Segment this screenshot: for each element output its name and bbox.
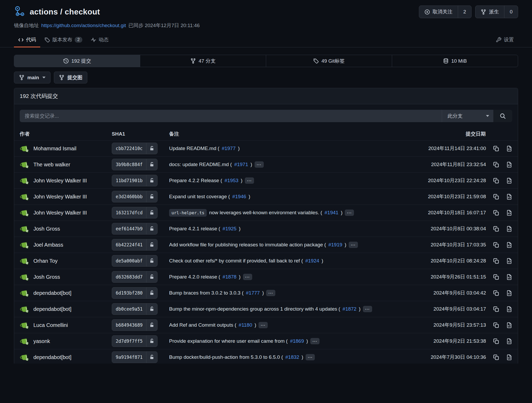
pr-link[interactable]: #1869 xyxy=(290,338,304,344)
commit-sha-badge[interactable]: b684943689 xyxy=(112,319,158,331)
stat-tags[interactable]: 49 Git标签 xyxy=(266,55,392,67)
commit-sha-badge[interactable]: 2d7d9f7ff5 xyxy=(112,335,158,347)
pr-link[interactable]: #1925 xyxy=(222,226,236,232)
commit-author[interactable]: dependabot[bot] xyxy=(33,306,72,312)
commit-sha-badge[interactable]: e3d2460bbb xyxy=(112,191,158,202)
fork-button[interactable]: 派生 xyxy=(475,6,504,18)
stat-size[interactable]: 10 MiB xyxy=(392,55,518,67)
search-input[interactable] xyxy=(20,110,442,122)
commit-author[interactable]: John Wesley Walker III xyxy=(33,210,87,216)
expand-commit-button[interactable]: ··· xyxy=(349,242,358,248)
tab-activity[interactable]: 动态 xyxy=(87,34,113,47)
tab-code[interactable]: 代码 xyxy=(14,34,40,47)
commit-sha-badge[interactable]: 9a9194f871 xyxy=(112,351,158,363)
view-file-icon[interactable] xyxy=(506,242,512,248)
view-file-icon[interactable] xyxy=(506,226,512,232)
commit-author[interactable]: dependabot[bot] xyxy=(33,354,72,360)
expand-commit-button[interactable]: ··· xyxy=(345,210,354,216)
commit-sha-badge[interactable]: 6b42224f41 xyxy=(112,239,158,251)
expand-commit-button[interactable]: ··· xyxy=(243,274,252,280)
commit-sha-badge[interactable]: 11bd71901b xyxy=(112,175,158,186)
pr-link[interactable]: #1180 xyxy=(239,322,252,328)
expand-commit-button[interactable]: ··· xyxy=(259,322,268,328)
copy-sha-icon[interactable] xyxy=(493,226,499,232)
forks-count[interactable]: 0 xyxy=(504,6,518,18)
commit-sha-badge[interactable]: 3b9b8c884f xyxy=(112,159,158,170)
expand-commit-button[interactable]: ··· xyxy=(266,290,275,296)
pr-link[interactable]: #1941 xyxy=(325,210,338,216)
copy-sha-icon[interactable] xyxy=(493,258,499,264)
commit-author[interactable]: The web walker xyxy=(33,162,70,168)
commit-sha-badge[interactable]: d632683dd7 xyxy=(112,271,158,283)
branch-filter-dropdown[interactable]: 此分支 xyxy=(442,110,493,122)
pr-link[interactable]: #1953 xyxy=(225,178,239,183)
commit-author[interactable]: John Wesley Walker III xyxy=(33,178,87,184)
expand-commit-button[interactable]: ··· xyxy=(363,306,372,312)
commit-author[interactable]: Mohammad Ismail xyxy=(33,146,76,152)
stat-branches[interactable]: 47 分支 xyxy=(140,55,266,67)
unlock-icon xyxy=(146,143,157,154)
commit-sha-badge[interactable]: 163217dfcd xyxy=(112,207,158,218)
copy-sha-icon[interactable] xyxy=(493,354,499,360)
commit-author[interactable]: Josh Gross xyxy=(33,226,60,232)
copy-sha-icon[interactable] xyxy=(493,178,499,184)
copy-sha-icon[interactable] xyxy=(493,290,499,296)
copy-sha-icon[interactable] xyxy=(493,162,499,168)
view-file-icon[interactable] xyxy=(506,210,512,216)
copy-sha-icon[interactable] xyxy=(493,306,499,312)
view-file-icon[interactable] xyxy=(506,146,512,152)
commit-sha-badge[interactable]: cbb722410c xyxy=(112,143,158,154)
copy-sha-icon[interactable] xyxy=(493,338,499,344)
stat-commits[interactable]: 192 提交 xyxy=(14,55,140,67)
expand-commit-button[interactable]: ··· xyxy=(310,338,320,344)
view-file-icon[interactable] xyxy=(506,306,512,312)
commit-author[interactable]: Orhan Toy xyxy=(33,258,58,264)
commit-sha-badge[interactable]: 6d193bf280 xyxy=(112,287,158,299)
copy-sha-icon[interactable] xyxy=(493,322,499,328)
view-file-icon[interactable] xyxy=(506,274,512,280)
view-file-icon[interactable] xyxy=(506,162,512,168)
pr-link[interactable]: #1977 xyxy=(222,146,236,151)
pr-link[interactable]: #1946 xyxy=(232,194,246,200)
commit-sha-badge[interactable]: eef61447b9 xyxy=(112,223,158,235)
commit-author[interactable]: dependabot[bot] xyxy=(33,290,72,296)
commit-graph-button[interactable]: 提交图 xyxy=(54,72,87,83)
pr-link[interactable]: #1919 xyxy=(328,242,342,248)
repo-tabbar: 代码 版本发布 2 动态 xyxy=(0,34,532,47)
commit-author[interactable]: yasonk xyxy=(33,338,50,344)
mirror-url-link[interactable]: https://github.com/actions/checkout.git xyxy=(41,23,126,28)
copy-sha-icon[interactable] xyxy=(493,210,499,216)
commit-sha-badge[interactable]: db0cee9a51 xyxy=(112,303,158,315)
pr-link[interactable]: #1832 xyxy=(285,354,299,360)
commit-author[interactable]: John Wesley Walker III xyxy=(33,194,87,200)
pr-link[interactable]: #1872 xyxy=(343,306,357,312)
pr-link[interactable]: #1924 xyxy=(305,258,319,264)
view-file-icon[interactable] xyxy=(506,290,512,296)
copy-sha-icon[interactable] xyxy=(493,274,499,280)
commit-author[interactable]: Josh Gross xyxy=(33,274,60,280)
expand-commit-button[interactable]: ··· xyxy=(255,161,264,168)
tab-releases[interactable]: 版本发布 2 xyxy=(40,34,87,47)
view-file-icon[interactable] xyxy=(506,338,512,344)
unwatch-button[interactable]: 取消关注 xyxy=(419,6,458,18)
branch-selector[interactable]: main xyxy=(14,72,50,83)
view-file-icon[interactable] xyxy=(506,194,512,200)
search-button[interactable] xyxy=(493,110,512,122)
pr-link[interactable]: #1971 xyxy=(234,162,248,167)
commit-author[interactable]: Luca Comellini xyxy=(33,322,68,328)
view-file-icon[interactable] xyxy=(506,322,512,328)
pr-link[interactable]: #1878 xyxy=(222,274,236,280)
copy-sha-icon[interactable] xyxy=(493,194,499,200)
commit-sha-badge[interactable]: de5a000abf xyxy=(112,255,158,267)
copy-sha-icon[interactable] xyxy=(493,146,499,152)
tab-settings[interactable]: 设置 xyxy=(492,34,518,47)
view-file-icon[interactable] xyxy=(506,258,512,264)
copy-sha-icon[interactable] xyxy=(493,242,499,248)
expand-commit-button[interactable]: ··· xyxy=(306,354,315,360)
watchers-count[interactable]: 2 xyxy=(458,6,472,18)
expand-commit-button[interactable]: ··· xyxy=(245,177,254,184)
commit-author[interactable]: Joel Ambass xyxy=(33,242,63,248)
view-file-icon[interactable] xyxy=(506,354,512,360)
view-file-icon[interactable] xyxy=(506,178,512,184)
pr-link[interactable]: #1777 xyxy=(246,290,260,296)
